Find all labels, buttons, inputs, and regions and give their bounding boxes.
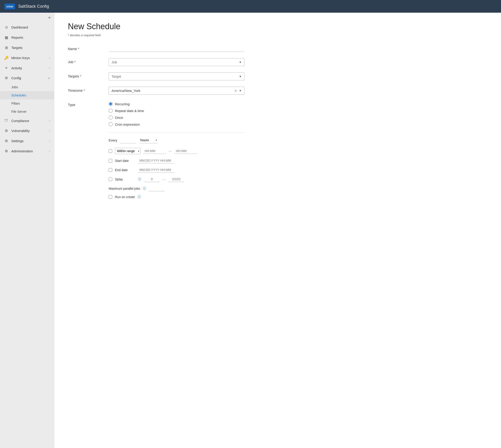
end-date-input[interactable] xyxy=(138,167,174,173)
sidebar-item-pillars[interactable]: Pillars xyxy=(0,99,54,108)
run-on-create-info-icon[interactable]: ⓘ xyxy=(138,195,141,199)
type-once-option[interactable]: Once xyxy=(109,115,244,120)
targets-select[interactable]: Target xyxy=(109,72,244,80)
sub-item-label: Schedules xyxy=(11,94,26,97)
start-date-checkbox[interactable] xyxy=(109,159,112,162)
sidebar-item-dashboard[interactable]: ⊙ Dashboard xyxy=(0,22,54,32)
splay-info-icon[interactable]: ⓘ xyxy=(138,177,141,181)
sidebar-item-label: Compliance xyxy=(11,119,29,123)
max-parallel-info-icon[interactable]: ⓘ xyxy=(143,187,146,191)
targets-row: Targets * Target ▼ xyxy=(68,72,487,80)
compliance-icon: 🛡 xyxy=(4,119,9,123)
type-cron-option[interactable]: Cron expression xyxy=(109,122,244,126)
sidebar-item-config[interactable]: ⚙ Config ∨ xyxy=(0,73,54,83)
type-recurring-option[interactable]: Recurring xyxy=(109,102,244,106)
type-field: Recurring Repeat date & time Once Cron e… xyxy=(109,101,244,203)
run-on-create-checkbox[interactable] xyxy=(109,195,112,199)
targets-label: Targets * xyxy=(68,72,104,78)
reports-icon: ▦ xyxy=(4,35,9,40)
page-title: New Schedule xyxy=(68,22,487,31)
within-range-row: Within range ▾ — xyxy=(109,148,244,154)
sidebar-item-label: Activity xyxy=(11,66,22,70)
splay-to-input[interactable] xyxy=(168,176,184,182)
run-on-create-label: Run on create xyxy=(115,195,135,199)
type-recurring-radio[interactable] xyxy=(109,102,113,106)
chevron-right-icon: › xyxy=(49,119,50,122)
max-parallel-label: Maximum parallel jobs xyxy=(109,187,140,190)
type-label: Type xyxy=(68,101,104,107)
type-radio-group: Recurring Repeat date & time Once Cron e… xyxy=(109,101,244,126)
sidebar-collapse-button[interactable]: « xyxy=(0,13,54,22)
job-field: Job ▼ xyxy=(109,58,244,66)
sidebar-item-settings[interactable]: ⚙ Settings › xyxy=(0,136,54,146)
sidebar-item-label: Reports xyxy=(11,35,23,39)
sub-item-label: Pillars xyxy=(11,102,20,105)
chevron-right-icon: › xyxy=(49,129,50,132)
sidebar-item-targets[interactable]: ⊞ Targets xyxy=(0,43,54,53)
sub-item-label: Jobs xyxy=(11,85,18,89)
sidebar-item-label: Config xyxy=(11,76,21,80)
within-range-checkbox[interactable] xyxy=(109,149,112,153)
type-once-radio[interactable] xyxy=(109,115,113,120)
timezone-clear-button[interactable]: × xyxy=(235,89,237,93)
timezone-select[interactable]: America/New_York xyxy=(109,87,244,95)
type-repeat-radio[interactable] xyxy=(109,109,113,113)
splay-label: Splay xyxy=(115,177,135,181)
splay-dash: — xyxy=(162,177,166,181)
sidebar-item-activity[interactable]: ≡ Activity › xyxy=(0,63,54,73)
sidebar-item-compliance[interactable]: 🛡 Compliance › xyxy=(0,116,54,126)
vmw-logo: vmw xyxy=(4,4,15,9)
end-date-label: End date xyxy=(115,168,135,172)
within-range-wrapper: Within range ▾ xyxy=(115,148,141,154)
topbar: vmw SaltStack Config xyxy=(0,0,501,13)
within-range-select[interactable]: Within range xyxy=(115,148,141,154)
sidebar-item-file-server[interactable]: File Server xyxy=(0,108,54,116)
type-repeat-option[interactable]: Repeat date & time xyxy=(109,109,244,113)
job-row: Job * Job ▼ xyxy=(68,58,487,66)
run-on-create-row: Run on create ⓘ xyxy=(109,195,244,199)
start-date-row: Start date xyxy=(109,158,244,163)
type-cron-radio[interactable] xyxy=(109,122,113,126)
splay-from-input[interactable] xyxy=(144,176,160,182)
schedule-options: Every 1 hours seconds minutes days weeks… xyxy=(109,128,244,199)
every-unit-wrapper: hours seconds minutes days weeks ▾ xyxy=(139,137,157,143)
targets-icon: ⊞ xyxy=(4,46,9,50)
chevron-right-icon: › xyxy=(49,140,50,143)
range-dash: — xyxy=(169,149,172,153)
every-label: Every xyxy=(109,138,117,142)
type-recurring-label: Recurring xyxy=(115,102,130,106)
end-date-checkbox[interactable] xyxy=(109,168,112,172)
timezone-label: Timezone * xyxy=(68,87,104,92)
name-row: Name * xyxy=(68,45,487,52)
splay-checkbox[interactable] xyxy=(109,177,112,181)
sub-item-label: File Server xyxy=(11,110,27,113)
sidebar-item-administration[interactable]: ⚙ Administration › xyxy=(0,146,54,156)
sidebar-item-schedules[interactable]: Schedules xyxy=(0,91,54,99)
sidebar-item-vulnerability[interactable]: ⚙ Vulnerability › xyxy=(0,126,54,136)
activity-icon: ≡ xyxy=(4,66,9,70)
sidebar-item-minion-keys[interactable]: 🔑 Minion Keys › xyxy=(0,53,54,63)
max-parallel-row: Maximum parallel jobs ⓘ 1 xyxy=(109,186,244,191)
sidebar-item-reports[interactable]: ▦ Reports xyxy=(0,32,54,43)
type-repeat-label: Repeat date & time xyxy=(115,109,144,113)
type-cron-label: Cron expression xyxy=(115,123,140,126)
sidebar-item-label: Administration xyxy=(11,149,33,153)
sidebar-item-label: Settings xyxy=(11,139,24,143)
every-number-input[interactable]: 1 xyxy=(120,137,136,143)
settings-icon: ⚙ xyxy=(4,139,9,143)
every-unit-select[interactable]: hours seconds minutes days weeks xyxy=(139,137,157,143)
max-parallel-input[interactable]: 1 xyxy=(149,186,165,191)
start-date-label: Start date xyxy=(115,159,135,162)
config-icon: ⚙ xyxy=(4,76,9,80)
within-range-to-input[interactable] xyxy=(174,148,197,154)
chevron-right-icon: › xyxy=(49,66,50,69)
vulnerability-icon: ⚙ xyxy=(4,128,9,133)
collapse-icon: « xyxy=(48,16,50,19)
name-field xyxy=(109,45,244,52)
job-select[interactable]: Job xyxy=(109,58,244,66)
within-range-from-input[interactable] xyxy=(143,148,166,154)
sidebar: « ⊙ Dashboard ▦ Reports ⊞ Targets 🔑 Mini… xyxy=(0,13,54,448)
name-input[interactable] xyxy=(109,45,244,52)
sidebar-item-jobs[interactable]: Jobs xyxy=(0,83,54,91)
start-date-input[interactable] xyxy=(138,158,174,163)
